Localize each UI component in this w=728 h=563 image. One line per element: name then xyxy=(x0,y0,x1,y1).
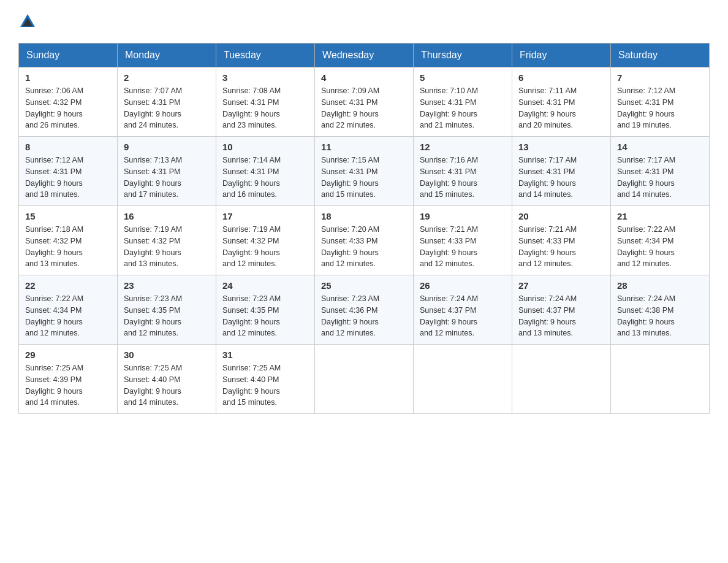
day-info: Sunrise: 7:23 AM Sunset: 4:36 PM Dayligh… xyxy=(321,293,407,339)
day-number: 21 xyxy=(617,211,703,221)
day-info: Sunrise: 7:13 AM Sunset: 4:31 PM Dayligh… xyxy=(124,155,210,201)
calendar-cell xyxy=(512,345,611,414)
calendar-cell: 17 Sunrise: 7:19 AM Sunset: 4:32 PM Dayl… xyxy=(216,206,315,275)
day-number: 23 xyxy=(124,280,210,291)
calendar-cell: 31 Sunrise: 7:25 AM Sunset: 4:40 PM Dayl… xyxy=(216,345,315,414)
day-number: 20 xyxy=(518,211,604,221)
calendar-cell: 18 Sunrise: 7:20 AM Sunset: 4:33 PM Dayl… xyxy=(315,206,414,275)
day-number: 27 xyxy=(518,280,604,291)
calendar-cell: 26 Sunrise: 7:24 AM Sunset: 4:37 PM Dayl… xyxy=(414,275,512,345)
header-thursday: Thursday xyxy=(414,44,512,67)
day-number: 12 xyxy=(420,142,506,152)
day-info: Sunrise: 7:07 AM Sunset: 4:31 PM Dayligh… xyxy=(124,85,210,131)
calendar-cell: 8 Sunrise: 7:12 AM Sunset: 4:31 PM Dayli… xyxy=(19,137,118,206)
calendar-cell: 29 Sunrise: 7:25 AM Sunset: 4:39 PM Dayl… xyxy=(19,345,118,414)
calendar-cell: 9 Sunrise: 7:13 AM Sunset: 4:31 PM Dayli… xyxy=(118,137,216,206)
calendar-cell: 7 Sunrise: 7:12 AM Sunset: 4:31 PM Dayli… xyxy=(611,67,710,137)
calendar-week-row: 22 Sunrise: 7:22 AM Sunset: 4:34 PM Dayl… xyxy=(19,275,710,345)
calendar-cell: 20 Sunrise: 7:21 AM Sunset: 4:33 PM Dayl… xyxy=(512,206,611,275)
day-number: 10 xyxy=(222,142,308,152)
day-info: Sunrise: 7:21 AM Sunset: 4:33 PM Dayligh… xyxy=(518,224,604,270)
day-info: Sunrise: 7:09 AM Sunset: 4:31 PM Dayligh… xyxy=(321,85,407,131)
day-info: Sunrise: 7:24 AM Sunset: 4:37 PM Dayligh… xyxy=(420,293,506,339)
calendar-cell: 6 Sunrise: 7:11 AM Sunset: 4:31 PM Dayli… xyxy=(512,67,611,137)
calendar-week-row: 15 Sunrise: 7:18 AM Sunset: 4:32 PM Dayl… xyxy=(19,206,710,275)
header-friday: Friday xyxy=(512,44,611,67)
day-info: Sunrise: 7:16 AM Sunset: 4:31 PM Dayligh… xyxy=(420,155,506,201)
day-info: Sunrise: 7:22 AM Sunset: 4:34 PM Dayligh… xyxy=(25,293,111,339)
day-info: Sunrise: 7:24 AM Sunset: 4:37 PM Dayligh… xyxy=(518,293,604,339)
day-number: 26 xyxy=(420,280,506,291)
header-saturday: Saturday xyxy=(611,44,710,67)
day-info: Sunrise: 7:08 AM Sunset: 4:31 PM Dayligh… xyxy=(222,85,308,131)
day-number: 7 xyxy=(617,72,703,83)
day-number: 14 xyxy=(617,142,703,152)
calendar-cell: 2 Sunrise: 7:07 AM Sunset: 4:31 PM Dayli… xyxy=(118,67,216,137)
day-info: Sunrise: 7:23 AM Sunset: 4:35 PM Dayligh… xyxy=(124,293,210,339)
calendar-cell: 4 Sunrise: 7:09 AM Sunset: 4:31 PM Dayli… xyxy=(315,67,414,137)
day-info: Sunrise: 7:17 AM Sunset: 4:31 PM Dayligh… xyxy=(518,155,604,201)
day-number: 18 xyxy=(321,211,407,221)
day-info: Sunrise: 7:19 AM Sunset: 4:32 PM Dayligh… xyxy=(124,224,210,270)
day-number: 30 xyxy=(124,350,210,360)
day-number: 17 xyxy=(222,211,308,221)
day-number: 15 xyxy=(25,211,111,221)
logo-icon xyxy=(18,12,37,31)
calendar-cell: 11 Sunrise: 7:15 AM Sunset: 4:31 PM Dayl… xyxy=(315,137,414,206)
header-wednesday: Wednesday xyxy=(315,44,414,67)
day-info: Sunrise: 7:24 AM Sunset: 4:38 PM Dayligh… xyxy=(617,293,703,339)
day-info: Sunrise: 7:17 AM Sunset: 4:31 PM Dayligh… xyxy=(617,155,703,201)
day-info: Sunrise: 7:14 AM Sunset: 4:31 PM Dayligh… xyxy=(222,155,308,201)
day-info: Sunrise: 7:22 AM Sunset: 4:34 PM Dayligh… xyxy=(617,224,703,270)
calendar-week-row: 8 Sunrise: 7:12 AM Sunset: 4:31 PM Dayli… xyxy=(19,137,710,206)
calendar-cell: 1 Sunrise: 7:06 AM Sunset: 4:32 PM Dayli… xyxy=(19,67,118,137)
day-number: 2 xyxy=(124,72,210,83)
calendar-cell: 5 Sunrise: 7:10 AM Sunset: 4:31 PM Dayli… xyxy=(414,67,512,137)
page-header xyxy=(18,12,710,31)
calendar-week-row: 1 Sunrise: 7:06 AM Sunset: 4:32 PM Dayli… xyxy=(19,67,710,137)
calendar-table: SundayMondayTuesdayWednesdayThursdayFrid… xyxy=(18,43,710,414)
header-monday: Monday xyxy=(118,44,216,67)
calendar-cell: 14 Sunrise: 7:17 AM Sunset: 4:31 PM Dayl… xyxy=(611,137,710,206)
day-info: Sunrise: 7:06 AM Sunset: 4:32 PM Dayligh… xyxy=(25,85,111,131)
calendar-cell: 3 Sunrise: 7:08 AM Sunset: 4:31 PM Dayli… xyxy=(216,67,315,137)
calendar-cell: 28 Sunrise: 7:24 AM Sunset: 4:38 PM Dayl… xyxy=(611,275,710,345)
calendar-header-row: SundayMondayTuesdayWednesdayThursdayFrid… xyxy=(19,44,710,67)
day-info: Sunrise: 7:21 AM Sunset: 4:33 PM Dayligh… xyxy=(420,224,506,270)
day-number: 24 xyxy=(222,280,308,291)
day-number: 11 xyxy=(321,142,407,152)
day-number: 3 xyxy=(222,72,308,83)
calendar-cell xyxy=(611,345,710,414)
calendar-cell: 27 Sunrise: 7:24 AM Sunset: 4:37 PM Dayl… xyxy=(512,275,611,345)
day-number: 25 xyxy=(321,280,407,291)
calendar-cell: 13 Sunrise: 7:17 AM Sunset: 4:31 PM Dayl… xyxy=(512,137,611,206)
day-info: Sunrise: 7:23 AM Sunset: 4:35 PM Dayligh… xyxy=(222,293,308,339)
day-number: 5 xyxy=(420,72,506,83)
day-number: 31 xyxy=(222,350,308,360)
day-number: 13 xyxy=(518,142,604,152)
day-number: 8 xyxy=(25,142,111,152)
calendar-cell: 19 Sunrise: 7:21 AM Sunset: 4:33 PM Dayl… xyxy=(414,206,512,275)
day-number: 19 xyxy=(420,211,506,221)
day-info: Sunrise: 7:25 AM Sunset: 4:40 PM Dayligh… xyxy=(222,362,308,408)
day-info: Sunrise: 7:15 AM Sunset: 4:31 PM Dayligh… xyxy=(321,155,407,201)
header-sunday: Sunday xyxy=(19,44,118,67)
header-tuesday: Tuesday xyxy=(216,44,315,67)
day-number: 29 xyxy=(25,350,111,360)
day-number: 16 xyxy=(124,211,210,221)
calendar-cell: 21 Sunrise: 7:22 AM Sunset: 4:34 PM Dayl… xyxy=(611,206,710,275)
day-info: Sunrise: 7:18 AM Sunset: 4:32 PM Dayligh… xyxy=(25,224,111,270)
day-number: 6 xyxy=(518,72,604,83)
day-number: 1 xyxy=(25,72,111,83)
calendar-cell: 16 Sunrise: 7:19 AM Sunset: 4:32 PM Dayl… xyxy=(118,206,216,275)
calendar-cell: 30 Sunrise: 7:25 AM Sunset: 4:40 PM Dayl… xyxy=(118,345,216,414)
day-number: 28 xyxy=(617,280,703,291)
calendar-cell: 25 Sunrise: 7:23 AM Sunset: 4:36 PM Dayl… xyxy=(315,275,414,345)
logo xyxy=(18,12,39,31)
calendar-cell: 22 Sunrise: 7:22 AM Sunset: 4:34 PM Dayl… xyxy=(19,275,118,345)
day-number: 4 xyxy=(321,72,407,83)
day-info: Sunrise: 7:19 AM Sunset: 4:32 PM Dayligh… xyxy=(222,224,308,270)
calendar-cell: 12 Sunrise: 7:16 AM Sunset: 4:31 PM Dayl… xyxy=(414,137,512,206)
calendar-cell: 23 Sunrise: 7:23 AM Sunset: 4:35 PM Dayl… xyxy=(118,275,216,345)
calendar-cell: 24 Sunrise: 7:23 AM Sunset: 4:35 PM Dayl… xyxy=(216,275,315,345)
